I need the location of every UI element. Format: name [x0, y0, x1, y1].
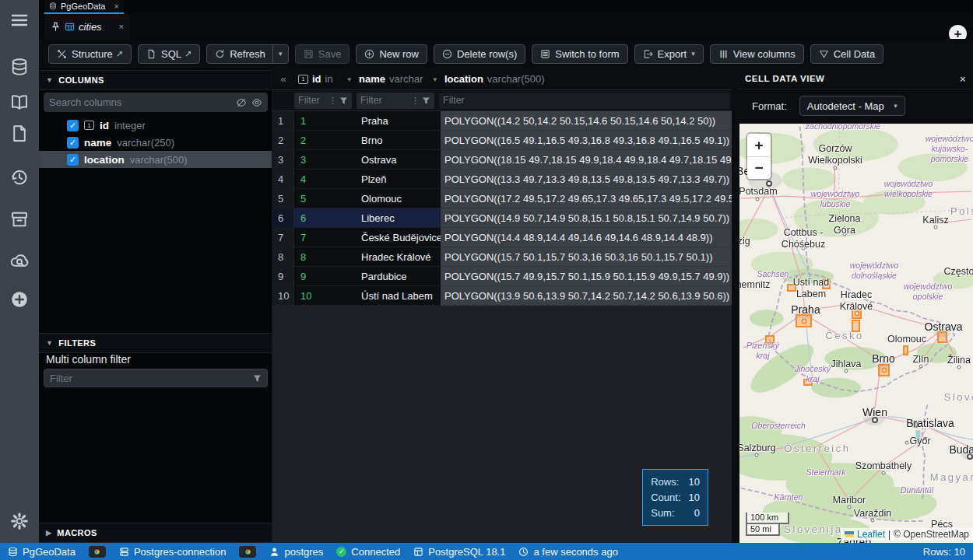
connection-color-badge[interactable] [89, 546, 106, 558]
search-columns-input[interactable] [49, 96, 231, 108]
name-cell[interactable]: Hradec Králové [355, 247, 441, 267]
settings-icon[interactable] [10, 512, 29, 530]
close-icon[interactable]: × [960, 73, 966, 85]
location-cell[interactable]: POLYGON((14.9 50.7,14.9 50.8,15.1 50.8,1… [441, 208, 732, 228]
id-cell[interactable]: 1 [294, 111, 355, 131]
row-number-cell[interactable]: 9 [272, 267, 294, 286]
file-icon[interactable] [10, 124, 29, 143]
filter-input-id[interactable] [298, 95, 326, 106]
name-cell[interactable]: Praha [355, 111, 441, 131]
row-number-cell[interactable]: 6 [272, 208, 294, 228]
id-cell[interactable]: 5 [294, 189, 355, 208]
statusbar-last-refresh[interactable]: a few seconds ago [518, 546, 617, 558]
filter-input-name[interactable] [360, 95, 409, 106]
funnel-icon[interactable] [339, 96, 348, 105]
close-icon[interactable]: × [119, 22, 124, 31]
history-icon[interactable] [10, 168, 29, 187]
column-header-id[interactable]: 1 idin ▾ [294, 68, 355, 89]
delete-rows-button[interactable]: Delete row(s) [434, 44, 525, 64]
id-cell[interactable]: 7 [294, 228, 355, 247]
sql-button[interactable]: SQL↗ [138, 44, 200, 64]
tab-cities[interactable]: cities × [44, 14, 130, 39]
row-number-cell[interactable]: 4 [272, 170, 294, 189]
kebab-icon[interactable]: ⋮ [411, 96, 420, 106]
statusbar-database[interactable]: PgGeoData [8, 546, 76, 558]
location-cell[interactable]: POLYGON((16.5 49.1,16.5 49.3,16.8 49.3,1… [441, 131, 732, 150]
id-cell[interactable]: 9 [294, 267, 355, 286]
database-icon[interactable] [10, 58, 29, 76]
row-number-cell[interactable]: 2 [272, 131, 294, 150]
refresh-button[interactable]: Refresh▾ [206, 44, 289, 64]
zoom-in-button[interactable]: + [747, 134, 771, 156]
id-cell[interactable]: 10 [294, 286, 355, 306]
statusbar-server-version[interactable]: PostgreSQL 18.1 [413, 546, 505, 558]
macros-section-header[interactable]: ▶MACROS [39, 523, 272, 543]
checkbox-checked-icon[interactable]: ✓ [67, 154, 79, 166]
name-cell[interactable]: České Budějovice [355, 228, 441, 247]
chevron-down-icon[interactable]: ▾ [347, 75, 351, 83]
refresh-dropdown[interactable]: ▾ [272, 44, 288, 64]
name-cell[interactable]: Liberec [355, 208, 441, 228]
chevron-down-icon[interactable]: ▾ [433, 75, 437, 83]
location-cell[interactable]: POLYGON((18.15 49.7,18.15 49.9,18.4 49.9… [441, 150, 732, 170]
archive-icon[interactable] [10, 210, 29, 229]
switch-to-form-button[interactable]: Switch to form [532, 44, 627, 64]
id-cell[interactable]: 8 [294, 247, 355, 267]
checkbox-checked-icon[interactable]: ✓ [67, 120, 79, 131]
row-number-cell[interactable]: 8 [272, 247, 294, 267]
name-cell[interactable]: Olomouc [355, 189, 441, 208]
location-cell[interactable]: POLYGON((14.2 50,14.2 50.15,14.6 50.15,1… [441, 111, 732, 131]
id-cell[interactable]: 3 [294, 150, 355, 170]
menu-icon[interactable] [10, 11, 29, 30]
collapse-columns-icon[interactable]: « [272, 73, 294, 85]
column-item-location[interactable]: ✓locationvarchar(500) [39, 151, 272, 168]
filters-section-header[interactable]: ▼FILTERS [39, 333, 272, 353]
row-number-cell[interactable]: 1 [272, 111, 294, 131]
funnel-icon[interactable] [422, 96, 430, 105]
id-cell[interactable]: 4 [294, 170, 355, 189]
row-number-cell[interactable]: 7 [272, 228, 294, 247]
name-cell[interactable]: Ostrava [355, 150, 441, 170]
column-header-name[interactable]: namevarchar ▾ [355, 68, 441, 89]
format-select[interactable]: Autodetect - Map ▾ [799, 96, 905, 116]
id-cell[interactable]: 6 [294, 208, 355, 228]
multi-column-filter-input[interactable] [50, 373, 253, 384]
location-cell[interactable]: POLYGON((13.9 50.6,13.9 50.7,14.2 50.7,1… [441, 286, 732, 306]
name-cell[interactable]: Plzeň [355, 170, 441, 189]
location-cell[interactable]: POLYGON((13.3 49.7,13.3 49.8,13.5 49.8,1… [441, 170, 732, 189]
view-columns-button[interactable]: View columns [710, 44, 804, 64]
name-cell[interactable]: Pardubice [355, 267, 441, 286]
eye-off-icon[interactable] [236, 97, 247, 108]
id-cell[interactable]: 2 [294, 131, 355, 150]
eye-icon[interactable] [251, 97, 262, 108]
cloud-search-icon[interactable] [10, 251, 29, 270]
osm-link[interactable]: © OpenStreetMap [894, 529, 969, 540]
leaflet-link[interactable]: Leaflet [857, 529, 885, 540]
location-cell[interactable]: POLYGON((15.7 49.9,15.7 50.1,15.9 50.1,1… [441, 267, 732, 286]
book-icon[interactable] [10, 93, 29, 112]
columns-section-header[interactable]: ▼COLUMNS [39, 70, 272, 90]
map-view[interactable]: zachodniopomorskieGorzów Wielkopolskiwoj… [739, 124, 973, 543]
row-number-cell[interactable]: 3 [272, 150, 294, 170]
location-cell[interactable]: POLYGON((14.4 48.9,14.4 49,14.6 49,14.6 … [441, 228, 732, 247]
checkbox-checked-icon[interactable]: ✓ [67, 137, 79, 149]
column-item-id[interactable]: ✓1idinteger [39, 117, 272, 134]
statusbar-connection[interactable]: Postgres-connection [119, 546, 227, 558]
column-item-name[interactable]: ✓namevarchar(250) [39, 134, 272, 151]
kebab-icon[interactable]: ⋮ [328, 96, 337, 106]
name-cell[interactable]: Brno [355, 131, 441, 150]
connection-color-badge[interactable] [239, 546, 256, 558]
row-number-cell[interactable]: 10 [272, 286, 294, 306]
close-icon[interactable]: × [114, 2, 119, 11]
name-cell[interactable]: Ústí nad Labem [355, 286, 441, 306]
filter-input-location[interactable] [443, 95, 726, 106]
location-cell[interactable]: POLYGON((17.2 49.5,17.2 49.65,17.3 49.65… [441, 189, 732, 208]
cell-data-button[interactable]: Cell Data [810, 44, 883, 64]
export-button[interactable]: Export▾ [634, 44, 704, 64]
statusbar-connected[interactable]: ✓ Connected [336, 546, 400, 558]
location-cell[interactable]: POLYGON((15.7 50.1,15.7 50.3,16 50.3,16 … [441, 247, 732, 267]
add-circle-icon[interactable] [10, 290, 29, 309]
statusbar-user[interactable]: postgres [269, 546, 323, 558]
column-header-location[interactable]: locationvarchar(500) [441, 68, 732, 89]
zoom-out-button[interactable]: − [747, 156, 771, 179]
